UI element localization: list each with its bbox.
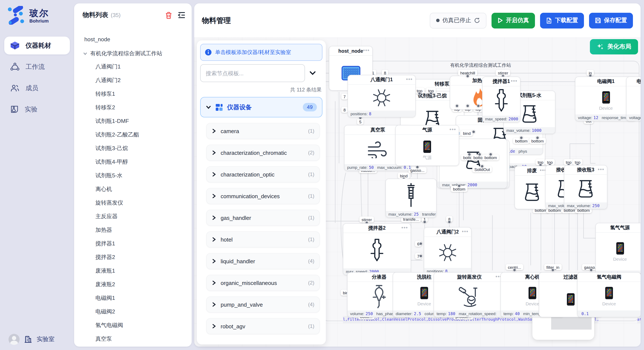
canvas-node-八通阀门2[interactable]: 八通阀门2•••positions:8	[424, 227, 472, 275]
port-pill-8[interactable]: 8	[342, 107, 348, 113]
start-simulation-button[interactable]: 开启仿真	[492, 12, 535, 28]
port-pill-7[interactable]: 7	[342, 94, 348, 100]
sidebar-item-members[interactable]: 成员	[4, 79, 70, 97]
port-handle[interactable]	[590, 268, 593, 272]
collapse-list-icon[interactable]	[178, 11, 186, 19]
tree-item[interactable]: 旋转蒸发仪	[74, 196, 192, 210]
tree-item[interactable]: 加热器	[74, 223, 192, 237]
port-handle[interactable]	[416, 166, 419, 169]
template-item-characterization_chromatic[interactable]: characterization_chromatic (2)	[206, 145, 320, 161]
node-menu-icon[interactable]: •••	[406, 76, 413, 82]
search-input[interactable]	[200, 64, 305, 82]
canvas-node[interactable]: max_volume:25transfer_rate:10	[386, 178, 436, 218]
save-config-button[interactable]: 保存配置	[589, 12, 633, 28]
port-handle[interactable]	[476, 104, 480, 108]
sidebar-footer[interactable]: 实验室	[0, 334, 74, 345]
avatar[interactable]	[8, 334, 20, 345]
category-instrument-devices[interactable]: 仪器设备 49	[200, 97, 322, 117]
template-item-communication_devices[interactable]: communication_devices (1)	[206, 188, 320, 204]
canvas-node-氢气气源[interactable]: 氢气气源Device_type:hydrogenmax_pre	[596, 223, 640, 277]
canvas-node-旋转蒸发仪[interactable]: 旋转蒸发仪•••temp:180max_rotation_speed:	[434, 272, 505, 317]
sidebar-item-instruments[interactable]: 仪器耗材	[4, 37, 70, 54]
node-menu-icon[interactable]: •••	[450, 126, 456, 132]
port-handle[interactable]	[418, 92, 421, 95]
template-item-pump_and_valve[interactable]: pump_and_valve (4)	[206, 296, 320, 313]
tree-item[interactable]: 转移泵2	[74, 101, 192, 114]
port-handle[interactable]	[419, 242, 422, 245]
port-pill-bind[interactable]: bind	[461, 130, 473, 136]
tree-group-workstation[interactable]: 有机化学流程综合测试工作站	[74, 47, 192, 60]
port-handle[interactable]	[536, 136, 539, 140]
port-handle[interactable]	[520, 136, 523, 140]
canvas-node-气源[interactable]: 气源•••气源	[395, 125, 459, 166]
sidebar-item-experiments[interactable]: 实验	[4, 100, 70, 118]
tree-item[interactable]: 氢气电磁阀	[74, 319, 192, 332]
chevron-down-icon[interactable]	[206, 104, 211, 110]
template-item-hotel[interactable]: hotel (1)	[206, 231, 320, 247]
port-handle[interactable]	[419, 254, 422, 258]
template-item-gas_handler[interactable]: gas_handler (1)	[206, 210, 320, 226]
node-title: 洗脱柱	[417, 274, 432, 280]
tree-item[interactable]: 主反应器	[74, 210, 192, 223]
canvas-node-电磁阀2[interactable]: 电磁阀2voltage:12	[626, 77, 640, 121]
template-item-characterization_optic[interactable]: characterization_optic (1)	[206, 166, 320, 182]
port-handle[interactable]	[455, 104, 459, 108]
node-menu-icon[interactable]: •••	[511, 78, 518, 84]
tree-item[interactable]: 废液瓶2	[74, 278, 192, 291]
template-hint-banner: 单击模板添加仪器/耗材至实验室	[200, 44, 322, 61]
canvas-node-搅拌器2[interactable]: 搅拌器2•••max_speed:2000	[343, 223, 411, 275]
node-menu-icon[interactable]: •••	[363, 47, 370, 53]
tree-item[interactable]: 八通阀门2	[74, 74, 192, 87]
beautify-layout-button[interactable]: 美化布局	[590, 39, 638, 54]
port-handle[interactable]	[466, 104, 469, 108]
tree-root-host-node[interactable]: host_node	[74, 36, 192, 47]
tree-item[interactable]: 搅拌器2	[74, 250, 192, 264]
canvas-node-搅拌器1[interactable]: 搅拌器1•••max_speed:2000	[482, 77, 520, 123]
tree-item[interactable]: 试剂瓶3-己烷	[74, 142, 192, 155]
tree-item[interactable]: 电磁阀2	[74, 305, 192, 319]
port-handle[interactable]	[551, 268, 554, 272]
refresh-icon[interactable]	[474, 17, 480, 23]
workstation-group-label: 有机化学流程综合测试工作站	[448, 62, 514, 68]
chevron-down-icon[interactable]	[83, 51, 88, 56]
port-handle[interactable]	[472, 130, 475, 134]
download-config-button[interactable]: 下载配置	[540, 12, 584, 28]
canvas-node-氢气电磁阀[interactable]: 氢气电磁阀Device0.1	[577, 272, 640, 317]
node-menu-icon[interactable]: •••	[462, 228, 468, 234]
canvas-node-八通阀门1[interactable]: 八通阀门1•••positions:8	[348, 75, 416, 117]
tree-item[interactable]: 真空泵	[74, 332, 192, 346]
template-item-robot_agv[interactable]: robot_agv (1)	[206, 318, 320, 334]
port-handle[interactable]	[448, 220, 451, 224]
template-item-camera[interactable]: camera (1)	[206, 123, 320, 139]
tree-item[interactable]: 搅拌器1	[74, 237, 192, 250]
canvas-node-排废[interactable]: 排废•••	[514, 166, 550, 209]
port-handle[interactable]	[466, 74, 469, 78]
sidebar-item-workflow[interactable]: 工作流	[4, 58, 70, 76]
port-handle[interactable]	[513, 268, 516, 272]
template-item-organic_miscellaneous[interactable]: organic_miscellaneous (2)	[206, 275, 320, 291]
tree-item[interactable]: 试剂瓶2-乙酸乙酯	[74, 128, 192, 142]
tree-item[interactable]: 试剂瓶4-甲醇	[74, 155, 192, 169]
node-menu-icon[interactable]: •••	[402, 224, 408, 230]
template-item-liquid_handler[interactable]: liquid_handler (4)	[206, 253, 320, 269]
port-handle[interactable]	[429, 92, 433, 95]
port-handle[interactable]	[423, 220, 426, 224]
port-handle[interactable]	[478, 153, 481, 156]
canvas-node-接收瓶3[interactable]: 接收瓶3•••max_volume:250	[564, 165, 607, 209]
tree-item[interactable]: 离心机	[74, 182, 192, 196]
tree-item[interactable]: 八通阀门1	[74, 60, 192, 74]
tree-item[interactable]: 试剂瓶5-水	[74, 169, 192, 182]
simulation-status-badge[interactable]: 仿真已停止	[430, 12, 486, 28]
port-handle[interactable]	[489, 153, 492, 156]
tree-item[interactable]: 电磁阀1	[74, 291, 192, 305]
port-pill-5[interactable]: 5	[357, 119, 364, 125]
tree-item[interactable]: 试剂瓶1-DMF	[74, 114, 192, 128]
node-menu-icon[interactable]: •••	[598, 166, 604, 172]
tree-item[interactable]: 废液瓶1	[74, 264, 192, 278]
port-handle[interactable]	[458, 184, 461, 187]
collapse-panel-icon[interactable]	[309, 71, 316, 76]
delete-icon[interactable]	[165, 11, 172, 19]
port-handle[interactable]	[468, 153, 471, 156]
tree-item[interactable]: 转移泵1	[74, 87, 192, 101]
port-handle[interactable]	[480, 165, 484, 168]
